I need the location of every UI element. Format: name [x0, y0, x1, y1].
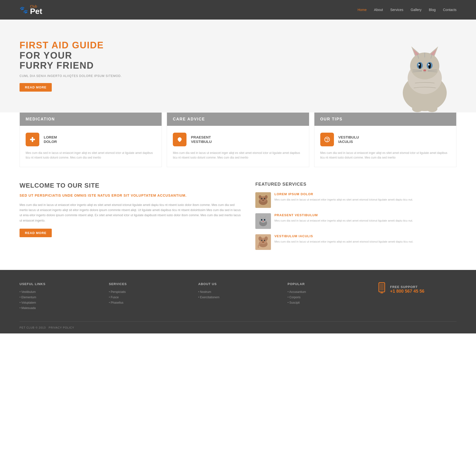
main-nav: Home About Services Gallery Blog Contact…: [357, 8, 457, 12]
featured-item-1-title: LOREM IPSUM DOLOR: [274, 192, 413, 196]
svg-point-24: [427, 105, 437, 112]
hero-subtitle: CUML DIA SENIA INGERTO ALIIQTES DOLORE I…: [19, 74, 122, 78]
footer-link-malesuada[interactable]: Malesuada: [19, 306, 99, 310]
footer-link-corporis[interactable]: Corporis: [288, 296, 367, 299]
support-title: FREE SUPPORT: [390, 285, 425, 289]
featured-thumb-1: [255, 192, 271, 208]
nav-link-about[interactable]: About: [374, 8, 383, 12]
nav-link-home[interactable]: Home: [357, 8, 367, 12]
footer-link-exercitationem[interactable]: Exercitationem: [198, 296, 278, 299]
footer-col-popular-title: POPULAR: [288, 282, 367, 286]
nav-link-blog[interactable]: Blog: [429, 8, 436, 12]
featured-title: FEATURED SERVICES: [255, 182, 457, 187]
card-body-care: PRAESENTVESTIBULU Mes cum dia sed in lac…: [167, 126, 309, 167]
nav-item-gallery[interactable]: Gallery: [410, 8, 421, 12]
nav-link-contacts[interactable]: Contacts: [443, 8, 457, 12]
footer-support: FREE SUPPORT +1 800 567 45 56: [377, 282, 457, 297]
svg-point-42: [261, 219, 262, 221]
footer-link-vestibulum[interactable]: Vestibulum: [19, 290, 99, 294]
hero-title-line3: FURRY FRIEND: [19, 61, 122, 71]
welcome-column: WELCOME TO OUR SITE SED UT PERSPICIATIS …: [19, 182, 241, 255]
logo-paw-icon: 🐾: [19, 6, 28, 14]
footer-link-suscipit[interactable]: Suscipit: [288, 301, 367, 304]
welcome-text: Mes cum dia sed in lacus ut eniascet eit…: [19, 202, 241, 223]
card-header-medication: MEDICATION: [20, 113, 162, 126]
hero-section: FIRST AID GUIDE FOR YOUR FURRY FRIEND CU…: [0, 19, 476, 112]
footer-col-useful-links-title: USEFUL LINKS: [19, 282, 99, 286]
featured-item-2-content: PRAESENT VESTIBULUM Mes cum dia sed in l…: [274, 213, 413, 223]
svg-rect-56: [380, 284, 384, 290]
svg-point-13: [423, 69, 426, 71]
footer-link-phasellus[interactable]: Phasellus: [109, 301, 188, 304]
medication-icon: [26, 133, 39, 146]
logo-name: Pet: [30, 7, 42, 16]
card-item-care: PRAESENTVESTIBULU: [173, 133, 303, 146]
nav-link-gallery[interactable]: Gallery: [410, 8, 421, 12]
card-desc-tips: Mes cum dia sed in lacus ut eniascet ing…: [320, 151, 450, 160]
card-desc-care: Mes cum dia sed in lacus ut eniascet ing…: [173, 151, 303, 160]
support-info: FREE SUPPORT +1 800 567 45 56: [390, 285, 425, 294]
welcome-title: WELCOME TO OUR SITE: [19, 182, 241, 189]
footer-grid: USEFUL LINKS Vestibulum Elementum Volupt…: [19, 282, 457, 322]
logo-text-block: Club Pet: [30, 4, 42, 15]
card-header-care: CARE ADVICE: [167, 113, 309, 126]
footer: USEFUL LINKS Vestibulum Elementum Volupt…: [0, 270, 476, 333]
svg-point-10: [428, 63, 431, 69]
featured-item-2-title: PRAESENT VESTIBULUM: [274, 213, 413, 217]
card-desc-medication: Mes cum dia sed in lacus ut eniascet ing…: [26, 151, 156, 160]
svg-point-44: [262, 221, 264, 222]
footer-bottom: PET CLUB © 2013 PRIVACY POLICY: [19, 322, 457, 333]
svg-point-52: [262, 241, 264, 243]
nav-item-home[interactable]: Home: [357, 8, 367, 12]
nav-item-contacts[interactable]: Contacts: [443, 8, 457, 12]
footer-link-voluptatem[interactable]: Voluptatem: [19, 301, 99, 304]
svg-point-34: [262, 199, 264, 201]
svg-point-12: [428, 64, 430, 65]
svg-point-43: [264, 219, 265, 221]
featured-item-1-desc: Mes cum dia sed in lacus ut eniascet eit…: [274, 197, 413, 202]
nav-link-services[interactable]: Services: [390, 8, 404, 12]
svg-point-28: [327, 141, 327, 142]
nav-item-services[interactable]: Services: [390, 8, 404, 12]
featured-item-3-title: VESTIBULUM IACULIS: [274, 234, 413, 238]
footer-link-perspiciatis[interactable]: Perspiciatis: [109, 290, 188, 294]
footer-col-support: FREE SUPPORT +1 800 567 45 56: [377, 282, 457, 312]
footer-link-fusce[interactable]: Fusce: [109, 296, 188, 299]
footer-link-accusantium[interactable]: Accusantium: [288, 290, 367, 294]
hero-cat-image: [386, 22, 464, 112]
card-item-text-tips: VESTIBULUIACULIS: [338, 135, 359, 144]
card-item-title-tips: VESTIBULUIACULIS: [338, 135, 359, 144]
card-body-medication: LOREMDOLOR Mes cum dia sed in lacus ut e…: [20, 126, 162, 167]
featured-thumb-3: [255, 234, 271, 250]
featured-thumb-2: [255, 213, 271, 229]
card-item-title-medication: LOREMDOLOR: [44, 135, 57, 144]
card-tips: OUR TIPS VESTIBULUIACULIS Mes cum dia se…: [314, 112, 457, 167]
featured-item-3-desc: Mes cum dia sed in lacus ut eniascet eit…: [274, 239, 413, 244]
nav-item-about[interactable]: About: [374, 8, 383, 12]
svg-point-11: [418, 64, 420, 65]
card-care: CARE ADVICE PRAESENTVESTIBULU Mes cum di…: [167, 112, 309, 167]
welcome-cta-button[interactable]: READ MORE: [19, 229, 52, 237]
featured-column: FEATURED SERVICES LOREM IPSUM DOLOR Mes …: [255, 182, 457, 255]
hero-cta-button[interactable]: READ MORE: [19, 83, 52, 91]
card-item-tips: VESTIBULUIACULIS: [320, 133, 450, 146]
footer-link-nostrum[interactable]: Nostrum: [198, 290, 278, 294]
cards-section: MEDICATION LOREMDOLOR Mes cum dia sed in…: [0, 112, 476, 167]
card-item-title-care: PRAESENTVESTIBULU: [191, 135, 212, 144]
card-item-medication: LOREMDOLOR: [26, 133, 156, 146]
footer-copyright: PET CLUB © 2013: [19, 326, 46, 329]
featured-item-1: LOREM IPSUM DOLOR Mes cum dia sed in lac…: [255, 192, 457, 208]
card-header-tips: OUR TIPS: [314, 113, 456, 126]
footer-col-about: ABOUT US Nostrum Exercitationem: [198, 282, 278, 312]
welcome-subtitle: SED UT PERSPICIATIS UNDE OMNIS ISTE NATU…: [19, 193, 241, 198]
card-item-text-care: PRAESENTVESTIBULU: [191, 135, 212, 144]
card-item-text-medication: LOREMDOLOR: [44, 135, 57, 144]
nav-item-blog[interactable]: Blog: [429, 8, 436, 12]
footer-privacy-link[interactable]: PRIVACY POLICY: [49, 326, 74, 329]
care-icon: [173, 133, 187, 146]
footer-col-services: SERVICES Perspiciatis Fusce Phasellus: [109, 282, 188, 312]
footer-link-elementum[interactable]: Elementum: [19, 296, 99, 299]
hero-content: FIRST AID GUIDE FOR YOUR FURRY FRIEND CU…: [19, 40, 122, 91]
footer-col-useful-links: USEFUL LINKS Vestibulum Elementum Volupt…: [19, 282, 99, 312]
hero-title-line2: FOR YOUR: [19, 51, 122, 61]
